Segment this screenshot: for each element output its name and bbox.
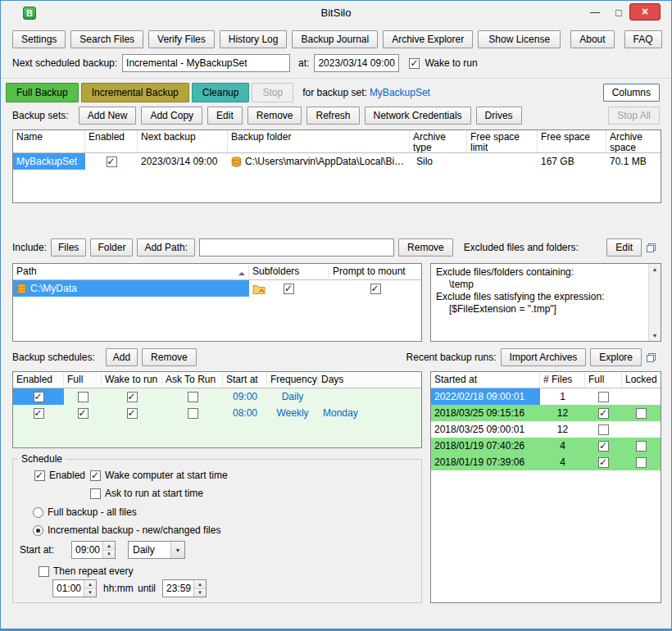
col-header-full[interactable]: Full — [64, 373, 102, 387]
title-bar[interactable]: B BitSilo — □ × — [1, 1, 671, 25]
run-full-checkbox[interactable] — [598, 408, 609, 419]
scroll-up-icon[interactable]: ▲ — [652, 266, 658, 272]
backup-set-link[interactable]: MyBackupSet — [370, 87, 430, 98]
schedule-row[interactable]: 09:00 Daily — [13, 388, 421, 405]
add-copy-button[interactable]: Add Copy — [141, 107, 202, 125]
archive-explorer-button[interactable]: Archive Explorer — [383, 30, 473, 48]
col-header-path[interactable]: Path — [13, 265, 249, 279]
add-new-button[interactable]: Add New — [79, 107, 137, 125]
full-backup-button[interactable]: Full Backup — [6, 83, 79, 102]
run-locked-checkbox[interactable] — [636, 457, 647, 468]
col-header-name[interactable]: Name — [13, 130, 85, 152]
maximize-button[interactable]: □ — [611, 7, 626, 19]
schedule-row[interactable]: 08:00 Weekly Monday — [13, 405, 421, 421]
backup-run-row[interactable]: 2018/03/25 09:15:16 12 — [431, 405, 661, 421]
spinner-up-icon[interactable]: ▲ — [84, 580, 96, 589]
run-full-cell[interactable] — [585, 421, 622, 438]
col-header-num-files[interactable]: # Files — [540, 373, 585, 387]
spinner-arrows[interactable]: ▲▼ — [84, 580, 96, 597]
col-header-archive-space[interactable]: Archive space — [606, 130, 661, 152]
backup-journal-button[interactable]: Backup Journal — [292, 30, 378, 48]
include-folder-button[interactable]: Folder — [90, 238, 133, 256]
full-backup-radio-field[interactable]: Full backup - all files — [33, 506, 137, 518]
prompt-to-mount-checkbox[interactable] — [370, 284, 381, 294]
spinner-down-icon[interactable]: ▼ — [84, 589, 96, 597]
schedule-enabled-checkbox[interactable] — [34, 470, 45, 481]
schedule-ask-checkbox[interactable] — [188, 392, 198, 402]
schedule-wake-cell[interactable] — [102, 405, 162, 421]
run-full-cell[interactable] — [585, 388, 622, 405]
repeat-checkbox[interactable] — [39, 566, 49, 577]
ask-to-run-checkbox[interactable] — [90, 488, 101, 499]
col-header-backup-folder[interactable]: Backup folder — [228, 130, 410, 152]
col-header-start-at[interactable]: Start at — [223, 373, 267, 387]
run-full-checkbox[interactable] — [598, 424, 609, 435]
run-locked-checkbox[interactable] — [636, 441, 647, 452]
show-license-button[interactable]: Show License — [478, 30, 561, 48]
popout-excluded-icon[interactable] — [646, 243, 656, 253]
close-button[interactable]: × — [629, 3, 661, 20]
spinner-arrows[interactable]: ▲▼ — [102, 542, 115, 558]
run-full-cell[interactable] — [585, 438, 622, 454]
path-cell[interactable]: C:\MyData — [13, 280, 249, 297]
schedule-ask-checkbox[interactable] — [188, 408, 198, 419]
spinner-up-icon[interactable]: ▲ — [103, 542, 115, 551]
schedule-enabled-field[interactable]: Enabled — [34, 470, 85, 481]
start-at-spinner[interactable]: 09:00 ▲▼ — [71, 541, 116, 559]
run-locked-cell[interactable] — [622, 454, 661, 470]
spinner-down-icon[interactable]: ▼ — [194, 589, 206, 597]
popout-runs-icon[interactable] — [646, 352, 656, 363]
col-header-frequency[interactable]: Frequency — [267, 373, 318, 387]
edit-excluded-button[interactable]: Edit — [606, 238, 642, 256]
ask-to-run-field[interactable]: Ask to run at start time — [90, 488, 203, 499]
network-credentials-button[interactable]: Network Credentials — [365, 107, 471, 125]
refresh-button[interactable]: Refresh — [306, 107, 359, 125]
cleanup-button[interactable]: Cleanup — [192, 83, 250, 102]
schedule-full-checkbox[interactable] — [78, 408, 89, 419]
remove-path-button[interactable]: Remove — [398, 238, 453, 256]
run-started-cell[interactable]: 2018/03/25 09:00:01 — [431, 421, 540, 438]
backup-time-input[interactable] — [314, 54, 399, 72]
run-locked-cell[interactable] — [622, 405, 661, 421]
schedule-enabled-checkbox[interactable] — [34, 392, 44, 402]
frequency-value[interactable]: Daily — [129, 542, 170, 558]
include-files-button[interactable]: Files — [51, 238, 86, 256]
remove-schedule-button[interactable]: Remove — [142, 348, 197, 366]
excluded-scrollbar[interactable]: ▲▼ — [648, 264, 661, 341]
run-full-cell[interactable] — [585, 405, 622, 421]
settings-button[interactable]: Settings — [12, 30, 66, 48]
spinner-up-icon[interactable]: ▲ — [194, 580, 206, 589]
run-started-cell[interactable]: 2022/02/18 09:00:01 — [431, 388, 540, 405]
col-header-days[interactable]: Days — [318, 373, 421, 387]
col-header-locked[interactable]: Locked — [622, 373, 661, 387]
subfolders-cell[interactable] — [249, 280, 329, 297]
repeat-field[interactable]: Then repeat every — [39, 565, 133, 577]
about-button[interactable]: About — [570, 30, 614, 48]
incremental-backup-radio-field[interactable]: Incremental backup - new/changed files — [33, 524, 220, 536]
add-path-input[interactable] — [199, 238, 394, 256]
col-header-free-space-limit[interactable]: Free space limit — [467, 130, 538, 152]
col-header-free-space[interactable]: Free space — [538, 130, 606, 152]
col-header-subfolders[interactable]: Subfolders — [249, 265, 329, 279]
add-path-button[interactable]: Add Path: — [137, 238, 195, 256]
set-enabled-cell[interactable] — [85, 153, 138, 170]
next-backup-input[interactable] — [122, 54, 290, 72]
run-full-cell[interactable] — [585, 454, 622, 470]
schedule-wake-cell[interactable] — [102, 388, 162, 405]
schedule-wake-checkbox[interactable] — [127, 408, 138, 419]
run-full-checkbox[interactable] — [598, 457, 609, 468]
col-header-started-at[interactable]: Started at — [431, 373, 540, 387]
col-header-prompt-to-mount[interactable]: Prompt to mount — [329, 265, 421, 279]
history-log-button[interactable]: History Log — [220, 30, 288, 48]
run-started-cell[interactable]: 2018/01/19 07:40:26 — [431, 438, 540, 454]
faq-button[interactable]: FAQ — [624, 30, 662, 48]
subfolders-checkbox[interactable] — [284, 284, 294, 294]
wake-computer-checkbox[interactable] — [90, 470, 101, 481]
add-schedule-button[interactable]: Add — [106, 348, 138, 366]
run-started-cell[interactable]: 2018/03/25 09:15:16 — [431, 405, 540, 421]
wake-computer-field[interactable]: Wake computer at start time — [90, 470, 228, 481]
minimize-button[interactable]: — — [588, 7, 602, 18]
search-files-button[interactable]: Search Files — [70, 30, 143, 48]
start-at-value[interactable]: 09:00 — [72, 542, 102, 558]
backup-run-row[interactable]: 2022/02/18 09:00:01 1 — [431, 388, 661, 405]
